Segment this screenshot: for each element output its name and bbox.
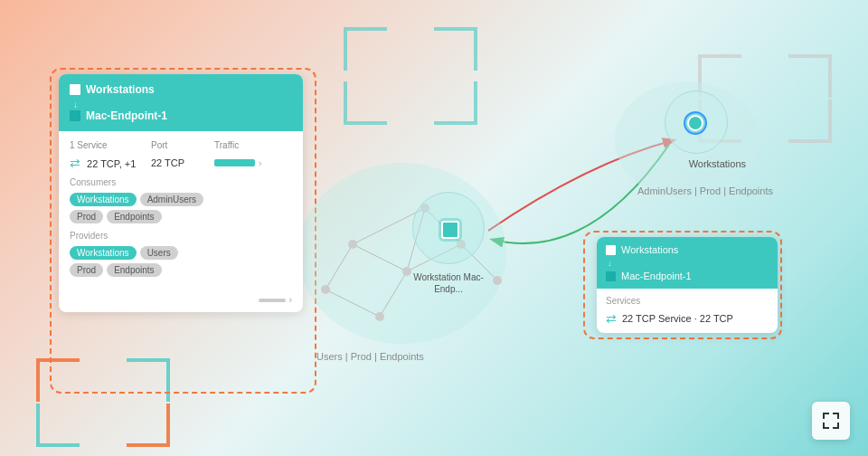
service-icon: ⇄ [70, 156, 80, 170]
svg-line-2 [326, 244, 353, 290]
scroll-indicator [259, 299, 286, 302]
provider-tag-users[interactable]: Users [140, 246, 178, 260]
right-card-icon2 [606, 271, 616, 281]
svg-line-1 [353, 244, 407, 271]
bracket-top-right-deco [434, 27, 477, 71]
bracket-top-right-gray-tr [788, 54, 832, 98]
svg-point-11 [402, 267, 411, 276]
port-cell: 22 TCP [151, 157, 214, 168]
providers-tags-row2: Prod Endpoints [70, 263, 292, 277]
providers-label: Providers [70, 231, 292, 241]
right-card-body: Services ⇄ 22 TCP Service · 22 TCP [597, 289, 778, 333]
right-card-icon1 [606, 245, 616, 255]
traffic-arrow: › [259, 158, 261, 168]
scroll-arrow: › [289, 295, 292, 305]
traffic-bar-fill [214, 159, 255, 166]
header-traffic: Traffic [214, 140, 287, 150]
service-row: ⇄ 22 TCP Service · 22 TCP [606, 311, 769, 326]
left-card-header: Workstations ↓ Mac-Endpoint-1 [59, 74, 303, 131]
svg-point-14 [375, 312, 384, 321]
left-card-title-row2: Mac-Endpoint-1 [86, 109, 167, 122]
svg-point-9 [348, 240, 357, 249]
svg-point-12 [321, 285, 330, 294]
bottom-center-group-label: Users | Prod | Endpoints [316, 351, 424, 362]
traffic-cell: › [214, 158, 287, 168]
left-card-title-row1: Workstations [86, 83, 155, 96]
left-info-card: Workstations ↓ Mac-Endpoint-1 1 Service … [59, 74, 303, 312]
workstations-node-label: Workstations [689, 158, 746, 169]
left-card-arrow: ↓ [73, 100, 78, 109]
service-cell: ⇄ 22 TCP, +1 [70, 156, 151, 170]
services-label: Services [606, 296, 769, 306]
consumers-label: Consumers [70, 177, 292, 187]
providers-tags: Workstations Users [70, 246, 292, 260]
consumers-tags: Workstations AdminUsers [70, 193, 292, 206]
consumers-tags-row2: Prod Endpoints [70, 210, 292, 223]
consumer-tag-prod[interactable]: Prod [70, 210, 103, 223]
consumer-tag-endpoints[interactable]: Endpoints [107, 210, 161, 223]
consumer-tag-adminusers[interactable]: AdminUsers [140, 193, 203, 206]
workstations-icon [70, 84, 80, 95]
left-card-footer: › [59, 290, 303, 312]
workstation-macendp-label: Workstation Mac-Endp... [412, 271, 485, 295]
svg-line-7 [326, 290, 380, 317]
workstations-node-ring [684, 111, 707, 135]
provider-tag-endpoints[interactable]: Endpoints [107, 263, 161, 277]
mesh-lines [307, 163, 515, 344]
mac-endpoint-icon [70, 110, 80, 121]
expand-icon [820, 410, 842, 432]
bracket-top-right-gray-br [788, 100, 832, 143]
left-card-body: 1 Service Port Traffic ⇄ 22 TCP, +1 22 T… [59, 131, 303, 290]
header-service: 1 Service [70, 140, 151, 150]
bracket-bottom-left-orange-br [127, 404, 170, 447]
bracket-bottom-right-deco [434, 81, 477, 125]
right-card-arrow: ↓ [608, 259, 612, 268]
table-row: ⇄ 22 TCP, +1 22 TCP › [70, 156, 292, 170]
right-info-card: Workstations ↓ Mac-Endpoint-1 Services ⇄… [597, 237, 778, 333]
expand-button[interactable] [812, 402, 850, 440]
right-card-title2: Mac-Endpoint-1 [621, 271, 692, 281]
bracket-top-left-deco [344, 27, 387, 71]
svg-line-6 [380, 271, 407, 317]
svg-point-15 [493, 276, 502, 285]
service-row-icon: ⇄ [606, 311, 617, 326]
header-port: Port [151, 140, 214, 150]
table-header: 1 Service Port Traffic [70, 140, 292, 150]
provider-tag-prod[interactable]: Prod [70, 263, 103, 277]
bracket-bottom-left-orange-bl [36, 404, 80, 447]
workstation-macendp-node-inner [441, 221, 459, 239]
top-right-group-label: AdminUsers | Prod | Endpoints [615, 185, 796, 196]
consumer-tag-workstations[interactable]: Workstations [70, 193, 137, 206]
bracket-bottom-left-deco [344, 81, 387, 125]
right-card-header: Workstations ↓ Mac-Endpoint-1 [597, 237, 778, 289]
service-row-text: 22 TCP Service · 22 TCP [622, 313, 733, 324]
provider-tag-workstations[interactable]: Workstations [70, 246, 137, 260]
right-card-title1: Workstations [621, 244, 678, 255]
